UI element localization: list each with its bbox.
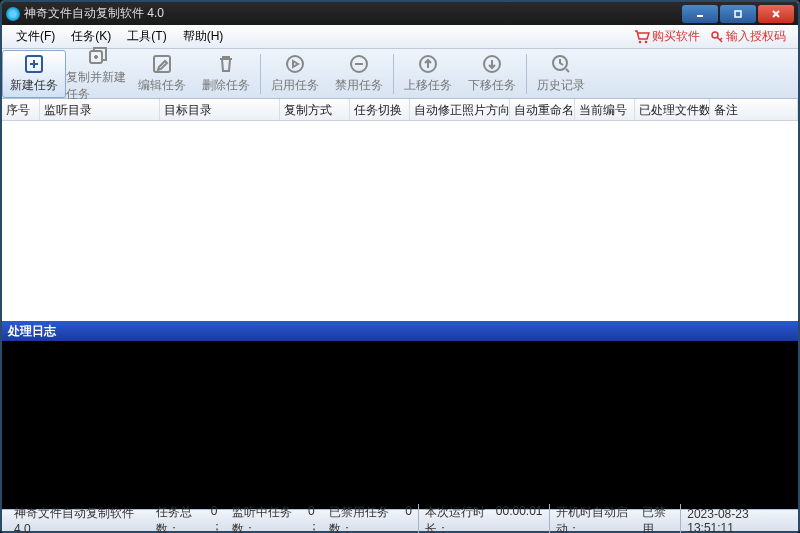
statusbar: 神奇文件自动复制软件 4.0 任务总数：0 ； 监听中任务数：0 ； 已禁用任务… <box>2 509 798 531</box>
edit-task-button[interactable]: 编辑任务 <box>130 50 194 98</box>
col-listen-dir[interactable]: 监听目录 <box>40 99 160 120</box>
buy-software-link[interactable]: 购买软件 <box>634 28 700 45</box>
tool-label: 删除任务 <box>202 77 250 94</box>
svg-point-4 <box>639 40 642 43</box>
task-table-body[interactable] <box>2 121 798 321</box>
separator <box>260 54 261 94</box>
tool-label: 禁用任务 <box>335 77 383 94</box>
col-index[interactable]: 序号 <box>2 99 40 120</box>
cart-icon <box>634 30 650 44</box>
delete-task-button[interactable]: 删除任务 <box>194 50 258 98</box>
edit-icon <box>151 53 173 75</box>
log-body[interactable] <box>2 341 798 509</box>
menu-file[interactable]: 文件(F) <box>8 25 63 48</box>
copy-plus-icon <box>87 45 109 67</box>
move-up-button[interactable]: 上移任务 <box>396 50 460 98</box>
enable-task-button[interactable]: 启用任务 <box>263 50 327 98</box>
titlebar: 神奇文件自动复制软件 4.0 <box>2 2 798 25</box>
col-auto-fix[interactable]: 自动修正照片方向 <box>410 99 510 120</box>
col-target-dir[interactable]: 目标目录 <box>160 99 280 120</box>
plus-square-icon <box>23 53 45 75</box>
maximize-button[interactable] <box>720 5 756 23</box>
col-copy-mode[interactable]: 复制方式 <box>280 99 350 120</box>
status-runtime: 本次运行时长：00:00:01 <box>419 504 550 534</box>
log-header: 处理日志 <box>2 321 798 341</box>
buy-label: 购买软件 <box>652 28 700 45</box>
main-window: 神奇文件自动复制软件 4.0 文件(F) 任务(K) 工具(T) 帮助(H) 购… <box>0 0 800 533</box>
tool-label: 历史记录 <box>537 77 585 94</box>
move-down-button[interactable]: 下移任务 <box>460 50 524 98</box>
svg-rect-1 <box>735 11 741 17</box>
col-processed[interactable]: 已处理文件数 <box>635 99 710 120</box>
close-button[interactable] <box>758 5 794 23</box>
trash-icon <box>215 53 237 75</box>
auth-label: 输入授权码 <box>726 28 786 45</box>
col-task-switch[interactable]: 任务切换 <box>350 99 410 120</box>
menu-tool[interactable]: 工具(T) <box>119 25 174 48</box>
col-auto-rename[interactable]: 自动重命名 <box>510 99 575 120</box>
status-autostart: 开机时自动启动：已禁用 <box>550 504 682 534</box>
arrow-down-icon <box>481 53 503 75</box>
play-circle-icon <box>284 53 306 75</box>
window-controls <box>682 5 794 23</box>
tool-label: 编辑任务 <box>138 77 186 94</box>
arrow-up-icon <box>417 53 439 75</box>
minimize-button[interactable] <box>682 5 718 23</box>
svg-point-14 <box>287 56 303 72</box>
key-icon <box>710 30 724 44</box>
tool-label: 上移任务 <box>404 77 452 94</box>
disable-task-button[interactable]: 禁用任务 <box>327 50 391 98</box>
tool-label: 下移任务 <box>468 77 516 94</box>
menubar: 文件(F) 任务(K) 工具(T) 帮助(H) 购买软件 输入授权码 <box>2 25 798 49</box>
status-app: 神奇文件自动复制软件 4.0 <box>8 505 150 533</box>
minus-circle-icon <box>348 53 370 75</box>
col-current-no[interactable]: 当前编号 <box>575 99 635 120</box>
separator <box>526 54 527 94</box>
app-icon <box>6 7 20 21</box>
col-remark[interactable]: 备注 <box>710 99 798 120</box>
table-header: 序号 监听目录 目标目录 复制方式 任务切换 自动修正照片方向 自动重命名 当前… <box>2 99 798 121</box>
status-counts: 任务总数：0 ； 监听中任务数：0 ； 已禁用任务数：0 <box>150 504 419 534</box>
tool-label: 复制并新建任务 <box>66 69 129 103</box>
tool-label: 新建任务 <box>10 77 58 94</box>
copy-new-task-button[interactable]: 复制并新建任务 <box>66 50 130 98</box>
svg-point-5 <box>645 40 648 43</box>
separator <box>393 54 394 94</box>
enter-auth-link[interactable]: 输入授权码 <box>710 28 786 45</box>
menu-help[interactable]: 帮助(H) <box>175 25 232 48</box>
toolbar: 新建任务 复制并新建任务 编辑任务 删除任务 启用任务 禁用任务 上移任务 <box>2 49 798 99</box>
history-button[interactable]: 历史记录 <box>529 50 593 98</box>
window-title: 神奇文件自动复制软件 4.0 <box>24 5 682 22</box>
new-task-button[interactable]: 新建任务 <box>2 50 66 98</box>
history-icon <box>550 53 572 75</box>
status-datetime: 2023-08-23 13:51:11 <box>681 507 792 534</box>
tool-label: 启用任务 <box>271 77 319 94</box>
